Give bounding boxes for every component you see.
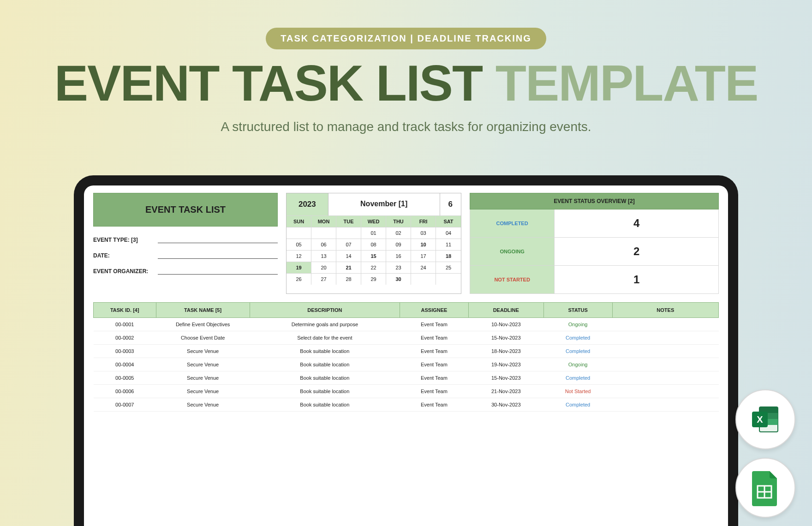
- table-cell[interactable]: Completed: [543, 345, 612, 358]
- table-cell[interactable]: 00-0005: [94, 371, 156, 385]
- calendar-cell[interactable]: 06: [311, 239, 336, 250]
- calendar-cell[interactable]: 24: [411, 262, 436, 273]
- calendar-cell[interactable]: 25: [436, 262, 461, 273]
- table-cell[interactable]: 10-Nov-2023: [468, 318, 543, 331]
- calendar-cell[interactable]: 20: [311, 262, 336, 273]
- table-cell[interactable]: Book suitable location: [250, 358, 400, 371]
- table-cell[interactable]: Choose Event Date: [156, 331, 250, 345]
- excel-icon[interactable]: X: [735, 389, 795, 449]
- calendar-cell[interactable]: 16: [386, 250, 411, 262]
- table-cell[interactable]: Select date for the event: [250, 331, 400, 345]
- table-cell[interactable]: [612, 318, 718, 331]
- table-cell[interactable]: Event Team: [400, 345, 468, 358]
- calendar-cell[interactable]: [436, 273, 461, 285]
- table-cell[interactable]: Book suitable location: [250, 345, 400, 358]
- table-cell[interactable]: Event Team: [400, 331, 468, 345]
- table-cell[interactable]: Secure Venue: [156, 345, 250, 358]
- calendar-cell[interactable]: 28: [336, 273, 361, 285]
- calendar-cell[interactable]: 02: [386, 227, 411, 239]
- calendar-cell[interactable]: 14: [336, 250, 361, 262]
- table-row[interactable]: 00-0005Secure VenueBook suitable locatio…: [94, 371, 719, 385]
- table-row[interactable]: 00-0002Choose Event DateSelect date for …: [94, 331, 719, 345]
- table-cell[interactable]: Book suitable location: [250, 371, 400, 385]
- table-row[interactable]: 00-0001Define Event ObjectivesDetermine …: [94, 318, 719, 331]
- table-cell[interactable]: Ongoing: [543, 318, 612, 331]
- column-header[interactable]: ASSIGNEE: [400, 303, 468, 318]
- table-cell[interactable]: 30-Nov-2023: [468, 398, 543, 412]
- table-row[interactable]: 00-0004Secure VenueBook suitable locatio…: [94, 358, 719, 371]
- calendar-cell[interactable]: 21: [336, 262, 361, 273]
- table-cell[interactable]: Event Team: [400, 358, 468, 371]
- table-cell[interactable]: 00-0001: [94, 318, 156, 331]
- table-cell[interactable]: 00-0007: [94, 398, 156, 412]
- calendar-cell[interactable]: [336, 227, 361, 239]
- calendar-cell[interactable]: 18: [436, 250, 461, 262]
- event-type-input-line[interactable]: [158, 236, 278, 243]
- calendar-cell[interactable]: [287, 227, 311, 239]
- table-cell[interactable]: 00-0006: [94, 385, 156, 398]
- table-cell[interactable]: Not Started: [543, 385, 612, 398]
- calendar-cell[interactable]: 27: [311, 273, 336, 285]
- table-cell[interactable]: Book suitable location: [250, 385, 400, 398]
- table-cell[interactable]: 15-Nov-2023: [468, 371, 543, 385]
- calendar-cell[interactable]: 07: [336, 239, 361, 250]
- table-cell[interactable]: 00-0004: [94, 358, 156, 371]
- table-cell[interactable]: 21-Nov-2023: [468, 385, 543, 398]
- calendar-cell[interactable]: 09: [386, 239, 411, 250]
- table-cell[interactable]: Event Team: [400, 385, 468, 398]
- table-cell[interactable]: Secure Venue: [156, 385, 250, 398]
- table-cell[interactable]: [612, 345, 718, 358]
- table-cell[interactable]: Event Team: [400, 371, 468, 385]
- table-row[interactable]: 00-0006Secure VenueBook suitable locatio…: [94, 385, 719, 398]
- date-input-line[interactable]: [158, 251, 278, 259]
- table-cell[interactable]: 19-Nov-2023: [468, 358, 543, 371]
- table-cell[interactable]: Completed: [543, 331, 612, 345]
- calendar-cell[interactable]: 11: [436, 239, 461, 250]
- table-cell[interactable]: 18-Nov-2023: [468, 345, 543, 358]
- table-row[interactable]: 00-0003Secure VenueBook suitable locatio…: [94, 345, 719, 358]
- calendar-cell[interactable]: 23: [386, 262, 411, 273]
- sheets-icon[interactable]: [735, 458, 795, 518]
- calendar-cell[interactable]: 13: [311, 250, 336, 262]
- table-cell[interactable]: 15-Nov-2023: [468, 331, 543, 345]
- table-cell[interactable]: Completed: [543, 398, 612, 412]
- table-cell[interactable]: Determine goals and purpose: [250, 318, 400, 331]
- calendar-cell[interactable]: 30: [386, 273, 411, 285]
- table-row[interactable]: 00-0007Secure VenueBook suitable locatio…: [94, 398, 719, 412]
- column-header[interactable]: STATUS: [543, 303, 612, 318]
- calendar-cell[interactable]: 01: [361, 227, 386, 239]
- calendar-cell[interactable]: 15: [361, 250, 386, 262]
- column-header[interactable]: DESCRIPTION: [250, 303, 400, 318]
- table-cell[interactable]: [612, 331, 718, 345]
- table-cell[interactable]: Define Event Objectives: [156, 318, 250, 331]
- calendar-cell[interactable]: 19: [287, 262, 311, 273]
- table-cell[interactable]: Secure Venue: [156, 371, 250, 385]
- table-cell[interactable]: Ongoing: [543, 358, 612, 371]
- table-cell[interactable]: Event Team: [400, 318, 468, 331]
- table-cell[interactable]: [612, 358, 718, 371]
- table-cell[interactable]: [612, 398, 718, 412]
- calendar-cell[interactable]: 05: [287, 239, 311, 250]
- table-cell[interactable]: Completed: [543, 371, 612, 385]
- calendar-cell[interactable]: 03: [411, 227, 436, 239]
- calendar-cell[interactable]: [411, 273, 436, 285]
- table-cell[interactable]: 00-0002: [94, 331, 156, 345]
- organizer-input-line[interactable]: [158, 267, 278, 275]
- table-cell[interactable]: Secure Venue: [156, 398, 250, 412]
- table-cell[interactable]: Secure Venue: [156, 358, 250, 371]
- table-cell[interactable]: Book suitable location: [250, 398, 400, 412]
- calendar-cell[interactable]: 08: [361, 239, 386, 250]
- calendar-cell[interactable]: 04: [436, 227, 461, 239]
- calendar-cell[interactable]: 12: [287, 250, 311, 262]
- calendar-cell[interactable]: 22: [361, 262, 386, 273]
- calendar-cell[interactable]: 17: [411, 250, 436, 262]
- column-header[interactable]: DEADLINE: [468, 303, 543, 318]
- calendar-cell[interactable]: 10: [411, 239, 436, 250]
- calendar-cell[interactable]: 29: [361, 273, 386, 285]
- table-cell[interactable]: [612, 385, 718, 398]
- table-cell[interactable]: Event Team: [400, 398, 468, 412]
- table-cell[interactable]: 00-0003: [94, 345, 156, 358]
- calendar-cell[interactable]: 26: [287, 273, 311, 285]
- calendar-cell[interactable]: [311, 227, 336, 239]
- column-header[interactable]: TASK ID. [4]: [94, 303, 156, 318]
